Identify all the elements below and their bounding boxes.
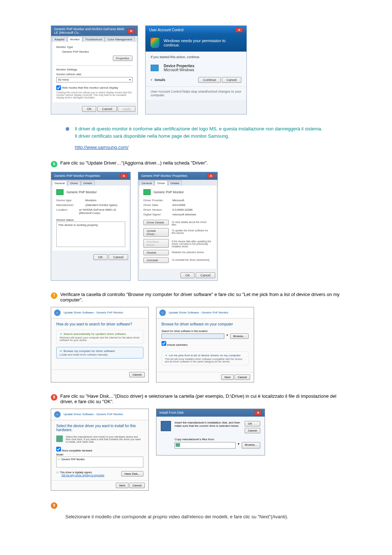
monitor-settings-label: Monitor Settings: [56, 68, 132, 71]
ok-button[interactable]: OK: [180, 272, 195, 278]
step-7-text: Verificare la casella di controllo "Brow…: [60, 292, 341, 303]
wizard-breadcrumb: Update Driver Software - Generic PnP Mon…: [169, 311, 228, 314]
install-from-disk-dialog: Install From Disk × Insert the manufactu…: [156, 409, 265, 455]
next-button[interactable]: Next: [221, 374, 233, 380]
samsung-link[interactable]: http://www.samsung.com/: [75, 145, 128, 150]
tab-driver[interactable]: Driver: [155, 181, 167, 186]
close-icon[interactable]: ×: [120, 174, 127, 178]
monitor-props-general: Generic PnP Monitor Properties × General…: [51, 172, 131, 281]
model-list[interactable]: ☑ Generic PnP Monitor: [56, 457, 143, 467]
browse-button[interactable]: Browse...: [242, 442, 260, 449]
cancel-button[interactable]: Cancel: [129, 483, 145, 488]
info-marker-icon: ※: [65, 125, 72, 133]
wizard-heading: Browse for driver software on your compu…: [162, 322, 249, 326]
properties-button[interactable]: Properties: [113, 56, 132, 61]
install-disk-desc: Insert the manufacturer's installation d…: [175, 421, 241, 433]
tab-troubleshoot[interactable]: Troubleshoot: [83, 37, 105, 42]
rollback-driver-button[interactable]: Roll Back Driver: [143, 239, 169, 248]
dropdown-icon[interactable]: ▾: [226, 333, 228, 339]
browse-button[interactable]: Browse...: [230, 333, 249, 339]
final-text-block: Selezionare il modello che corrisponde a…: [65, 513, 341, 520]
uac-title: User Account Control: [149, 28, 184, 32]
have-disk-button[interactable]: Have Disk...: [121, 471, 143, 477]
monitor-props-driver: Generic PnP Monitor Properties × General…: [138, 172, 218, 281]
close-icon[interactable]: ×: [254, 410, 262, 415]
wizard-breadcrumb: Update Driver Software - Generic PnP Mon…: [64, 413, 123, 416]
chevron-down-icon[interactable]: ▾: [151, 78, 152, 82]
back-icon[interactable]: ←: [54, 309, 61, 316]
step-9: 9: [51, 502, 341, 509]
wizard-browse: ← Update Driver Software - Generic PnP M…: [156, 307, 254, 382]
signing-link[interactable]: Tell me why driver signing is important: [61, 474, 104, 477]
disable-button[interactable]: Disable: [143, 250, 169, 255]
option-pick-from-list[interactable]: ➔Let me pick from a list of device drive…: [162, 351, 249, 365]
close-icon[interactable]: ×: [127, 29, 135, 33]
dialog-title: Generic PnP Monitor Properties: [141, 174, 187, 178]
hide-modes-desc: Clearing this check box allows you to se…: [56, 91, 132, 99]
details-toggle[interactable]: Details: [155, 78, 166, 82]
monitor-name: Generic PnP Monitor: [66, 190, 97, 194]
close-icon[interactable]: ×: [207, 174, 215, 178]
uninstall-button[interactable]: Uninstall: [143, 258, 169, 263]
ok-button[interactable]: OK: [245, 421, 260, 426]
next-button[interactable]: Next: [116, 483, 128, 488]
location-input[interactable]: [162, 333, 224, 339]
update-driver-button[interactable]: Update Driver...: [143, 228, 169, 237]
cancel-button[interactable]: Cancel: [234, 374, 250, 380]
tab-adapter[interactable]: Adapter: [52, 37, 67, 42]
search-location-label: Search for driver software in this locat…: [162, 330, 249, 332]
tab-color-management[interactable]: Color Management: [105, 37, 135, 42]
step-8: 8 Fare clic su "Have Disk…"(Disco driver…: [51, 393, 341, 404]
arrow-icon: ➔: [60, 349, 62, 353]
cancel-button[interactable]: Cancel: [109, 254, 128, 260]
note-block: ※ Il driver di questo monitor è conforme…: [65, 125, 341, 151]
tab-monitor[interactable]: Monitor: [68, 37, 82, 42]
back-icon[interactable]: ←: [159, 309, 166, 316]
hide-modes-checkbox[interactable]: [56, 85, 61, 90]
step-badge-8: 8: [51, 394, 57, 401]
dialog-titlebar: Generic PnP Monitor and NVIDIA GeForce 6…: [51, 26, 138, 36]
monitor-settings-dialog: Generic PnP Monitor and NVIDIA GeForce 6…: [51, 25, 138, 114]
wizard-desc: Select the manufacturer and model of you…: [66, 436, 143, 443]
ok-button[interactable]: OK: [82, 106, 96, 112]
driver-details-button[interactable]: Driver Details: [143, 220, 169, 225]
uac-footer: User Account Control helps stop unauthor…: [146, 86, 246, 100]
include-subfolders-checkbox[interactable]: [162, 341, 166, 346]
tab-general[interactable]: General: [52, 181, 67, 186]
uac-dialog: User Account Control × Windows needs you…: [145, 25, 247, 114]
arrow-icon: ➔: [60, 332, 62, 336]
back-icon[interactable]: ←: [54, 411, 61, 418]
ok-button[interactable]: OK: [93, 254, 107, 260]
refresh-rate-select[interactable]: 60 Hertz ▾: [56, 77, 132, 82]
checkmark-icon: ☑: [58, 458, 60, 461]
hide-modes-label: Hide modes that this monitor cannot disp…: [62, 86, 118, 89]
path-input[interactable]: [175, 442, 236, 449]
monitor-icon: [143, 189, 151, 195]
step-badge-9: 9: [51, 502, 57, 509]
cancel-button[interactable]: Cancel: [97, 106, 117, 112]
apply-button[interactable]: Apply: [118, 106, 135, 112]
option-auto-search[interactable]: ➔Search automatically for updated driver…: [56, 330, 143, 344]
continue-button[interactable]: Continue: [198, 77, 221, 83]
model-label: Model: [56, 453, 143, 456]
cancel-button[interactable]: Cancel: [222, 77, 241, 83]
option-browse[interactable]: ➔Browse my computer for driver software …: [56, 347, 143, 358]
uac-item1: Device Properties: [164, 64, 195, 68]
step-6-text: Fare clic su "Update Driver…"(Aggiorna d…: [60, 160, 341, 166]
tab-details[interactable]: Details: [81, 181, 95, 186]
compatible-checkbox[interactable]: [56, 447, 61, 451]
tab-details[interactable]: Details: [168, 181, 182, 186]
step-badge-6: 6: [51, 161, 57, 167]
cancel-button[interactable]: Cancel: [196, 272, 215, 278]
cancel-button[interactable]: Cancel: [129, 372, 145, 377]
tab-driver[interactable]: Driver: [68, 181, 80, 186]
close-icon[interactable]: ×: [236, 28, 243, 32]
cancel-button[interactable]: Cancel: [245, 428, 260, 433]
dropdown-icon[interactable]: ▾: [238, 442, 240, 449]
dialog-title: Generic PnP Monitor and NVIDIA GeForce 6…: [54, 27, 127, 35]
tab-row: Adapter Monitor Troubleshoot Color Manag…: [51, 36, 138, 42]
wizard-breadcrumb: Update Driver Software - Generic PnP Mon…: [64, 311, 123, 314]
tab-general[interactable]: General: [139, 181, 154, 186]
device-status-box: This device is working properly.: [56, 222, 125, 247]
note-line1: Il driver di questo monitor è conforme a…: [75, 125, 322, 133]
